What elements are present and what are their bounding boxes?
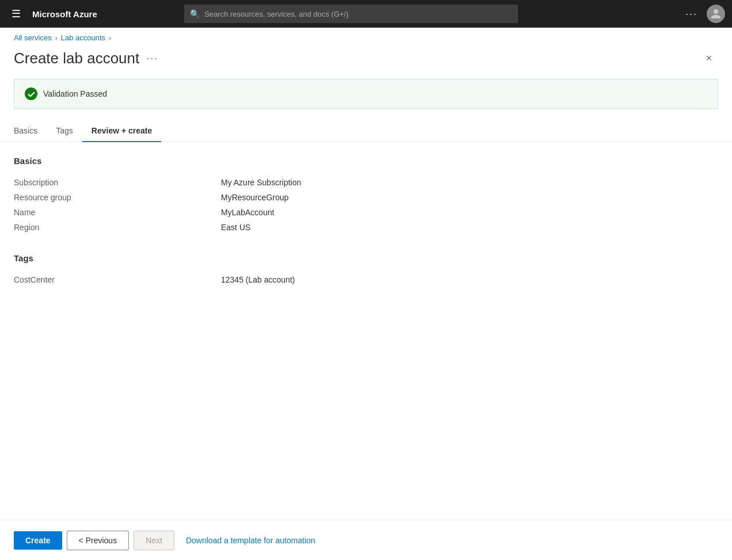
tab-basics[interactable]: Basics <box>14 120 47 142</box>
page-header: Create lab account ··· × <box>0 42 732 67</box>
region-value: East US <box>221 220 718 235</box>
breadcrumb-all-services[interactable]: All services <box>14 33 52 42</box>
breadcrumb: All services › Lab accounts › <box>0 28 732 42</box>
brand-label: Microsoft Azure <box>32 9 97 19</box>
tab-tags[interactable]: Tags <box>47 120 82 142</box>
avatar[interactable] <box>707 5 725 23</box>
resource-group-value: MyResourceGroup <box>221 190 718 205</box>
previous-button[interactable]: < Previous <box>67 531 129 550</box>
subscription-value: My Azure Subscription <box>221 175 718 190</box>
next-button: Next <box>134 531 174 550</box>
breadcrumb-lab-accounts[interactable]: Lab accounts <box>61 33 105 42</box>
tags-table: CostCenter 12345 (Lab account) <box>14 272 718 287</box>
checkmark-icon <box>28 90 35 98</box>
create-button[interactable]: Create <box>14 531 62 550</box>
table-row: Subscription My Azure Subscription <box>14 175 718 190</box>
region-label: Region <box>14 220 221 235</box>
topbar-more-icon[interactable]: ··· <box>685 8 697 20</box>
topbar: ☰ Microsoft Azure 🔍 ··· <box>0 0 732 28</box>
validation-text: Validation Passed <box>43 89 107 98</box>
main-content: All services › Lab accounts › Create lab… <box>0 28 732 560</box>
resource-group-label: Resource group <box>14 190 221 205</box>
validation-banner: Validation Passed <box>14 79 718 109</box>
tab-review-create[interactable]: Review + create <box>82 120 161 142</box>
table-row: CostCenter 12345 (Lab account) <box>14 272 718 287</box>
page-title: Create lab account <box>14 49 139 67</box>
automation-link[interactable]: Download a template for automation <box>179 531 322 550</box>
page-header-left: Create lab account ··· <box>14 49 158 67</box>
menu-icon[interactable]: ☰ <box>7 5 25 22</box>
breadcrumb-sep-1: › <box>55 34 58 42</box>
costcenter-value: 12345 (Lab account) <box>221 272 718 287</box>
footer-bar: Create < Previous Next Download a templa… <box>0 520 732 560</box>
validation-icon <box>25 87 37 100</box>
search-icon: 🔍 <box>190 9 200 18</box>
search-bar[interactable]: 🔍 <box>184 5 518 23</box>
name-value: MyLabAccount <box>221 205 718 220</box>
topbar-right: ··· <box>685 5 725 23</box>
tabs: Basics Tags Review + create <box>0 120 732 142</box>
basics-section-heading: Basics <box>14 156 718 166</box>
tags-section-heading: Tags <box>14 253 718 263</box>
page-header-ellipsis[interactable]: ··· <box>146 52 158 64</box>
name-label: Name <box>14 205 221 220</box>
table-row: Name MyLabAccount <box>14 205 718 220</box>
table-row: Resource group MyResourceGroup <box>14 190 718 205</box>
user-icon <box>710 8 722 20</box>
subscription-label: Subscription <box>14 175 221 190</box>
table-row: Region East US <box>14 220 718 235</box>
costcenter-label: CostCenter <box>14 272 221 287</box>
search-input[interactable] <box>204 10 512 18</box>
review-content: Basics Subscription My Azure Subscriptio… <box>0 142 732 319</box>
basics-table: Subscription My Azure Subscription Resou… <box>14 175 718 235</box>
close-button[interactable]: × <box>700 49 718 67</box>
breadcrumb-sep-2: › <box>109 34 111 42</box>
